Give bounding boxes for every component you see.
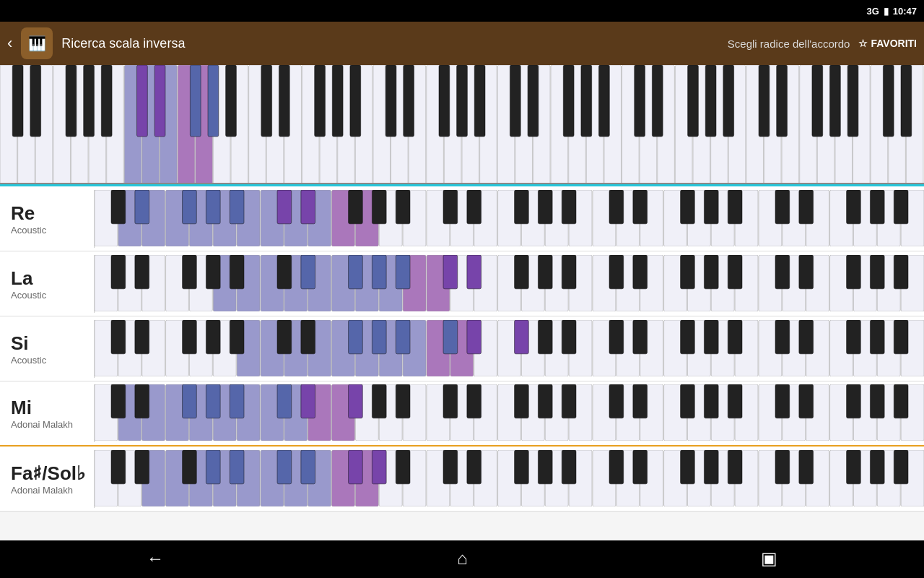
svg-rect-256 [515,320,529,354]
svg-rect-388 [894,450,908,484]
svg-rect-197 [538,255,552,289]
svg-rect-373 [396,450,410,484]
svg-rect-385 [799,450,814,484]
svg-rect-253 [396,320,410,354]
piano-svg [95,450,924,506]
recents-nav-button[interactable]: ▣ [761,548,777,569]
svg-rect-267 [870,320,884,354]
svg-rect-262 [704,320,718,354]
svg-rect-309 [277,384,292,418]
svg-rect-138 [562,190,576,224]
svg-rect-148 [894,190,908,224]
result-piano[interactable] [94,450,924,508]
main-piano-display[interactable] [0,65,924,184]
svg-rect-65 [332,65,343,137]
svg-rect-146 [847,190,861,224]
svg-rect-190 [301,255,315,289]
app-subtitle: Scegli radice dell'accordo [728,38,850,50]
svg-rect-368 [230,450,244,484]
result-label: SiAcoustic [0,325,94,373]
svg-rect-196 [515,255,529,289]
svg-rect-310 [301,384,315,418]
svg-rect-319 [609,384,624,418]
list-item[interactable]: SiAcoustic [0,316,924,381]
svg-rect-54 [66,65,77,137]
svg-rect-384 [775,450,790,484]
svg-rect-376 [515,450,529,484]
svg-rect-198 [562,255,576,289]
svg-rect-266 [847,320,861,354]
svg-rect-60 [208,65,219,137]
svg-rect-378 [562,450,576,484]
svg-rect-81 [723,65,734,137]
piano-svg [95,320,924,376]
svg-rect-186 [183,255,197,289]
svg-rect-249 [277,320,292,354]
svg-rect-305 [135,384,149,418]
svg-rect-133 [396,190,410,224]
svg-rect-184 [111,255,126,289]
svg-rect-252 [372,320,386,354]
favoriti-button[interactable]: ☆ FAVORITI [858,38,917,49]
svg-rect-139 [609,190,624,224]
svg-rect-127 [206,190,220,224]
list-item[interactable]: MiAdonai Malakh [0,381,924,447]
svg-rect-80 [705,65,716,137]
svg-rect-245 [135,320,149,354]
result-label: LaAcoustic [0,260,94,308]
svg-rect-268 [894,320,908,354]
svg-rect-78 [652,65,663,137]
list-item[interactable]: Fa♯/Sol♭Adonai Malakh [0,447,924,512]
result-piano[interactable] [94,190,924,248]
svg-rect-324 [775,384,790,418]
svg-rect-375 [467,450,481,484]
result-piano[interactable] [94,320,924,378]
svg-rect-259 [609,320,624,354]
svg-rect-75 [581,65,592,137]
svg-rect-144 [775,190,790,224]
svg-rect-328 [894,384,908,418]
result-piano[interactable] [94,384,924,442]
svg-rect-128 [230,190,244,224]
svg-rect-189 [277,255,292,289]
svg-rect-124 [111,190,126,224]
svg-rect-308 [230,384,244,418]
home-nav-button[interactable]: ⌂ [457,548,468,569]
svg-rect-192 [372,255,386,289]
svg-rect-67 [385,65,396,137]
list-item[interactable]: ReAcoustic [0,186,924,251]
svg-rect-377 [538,450,552,484]
svg-rect-83 [777,65,788,137]
list-item[interactable]: LaAcoustic [0,251,924,316]
svg-rect-244 [111,320,126,354]
piano-svg [0,65,924,184]
svg-rect-204 [775,255,790,289]
svg-rect-74 [563,65,574,137]
svg-rect-194 [443,255,458,289]
svg-rect-71 [474,65,485,137]
piano-svg [95,384,924,441]
star-icon: ☆ [858,38,868,49]
svg-rect-251 [349,320,363,354]
svg-rect-129 [277,190,292,224]
svg-rect-316 [515,384,529,418]
result-label: MiAdonai Malakh [0,389,94,437]
back-button[interactable]: ‹ [7,34,12,53]
svg-rect-379 [609,450,624,484]
svg-rect-188 [230,255,244,289]
svg-rect-79 [688,65,699,137]
svg-rect-195 [467,255,481,289]
app-bar: ‹ 🎹 Ricerca scala inversa Scegli radice … [0,22,924,65]
svg-rect-86 [847,65,858,137]
svg-rect-374 [443,450,458,484]
svg-rect-125 [135,190,149,224]
svg-rect-52 [12,65,23,137]
svg-rect-312 [372,384,386,418]
svg-rect-82 [759,65,770,137]
svg-rect-257 [538,320,552,354]
result-piano[interactable] [94,255,924,313]
svg-rect-68 [404,65,414,137]
svg-rect-250 [301,320,315,354]
back-nav-button[interactable]: ← [147,548,164,569]
svg-rect-311 [349,384,363,418]
